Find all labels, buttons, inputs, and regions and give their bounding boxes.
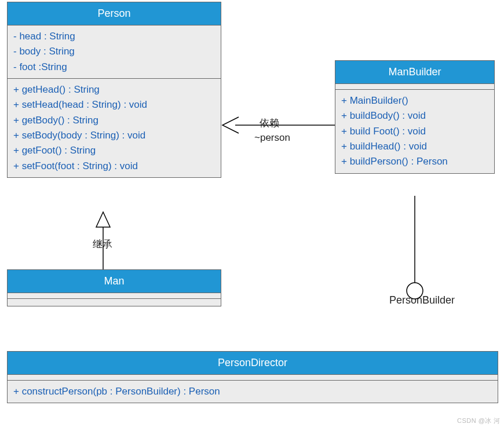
- method: + getFoot() : String: [13, 143, 215, 158]
- attribute: - foot :String: [13, 60, 215, 75]
- method: + build Foot() : void: [341, 124, 488, 139]
- class-man-builder-title: ManBuilder: [335, 61, 494, 84]
- class-person-director-attributes: [8, 375, 498, 381]
- method: + constructPerson(pb : PersonBuilder) : …: [13, 384, 492, 399]
- class-man: Man: [7, 269, 221, 306]
- realization-lollipop: [407, 196, 423, 299]
- class-person-methods: + getHead() : String + setHead(head : St…: [8, 79, 221, 177]
- class-person-director-title: PersonDirector: [8, 352, 498, 375]
- class-man-title: Man: [8, 270, 221, 293]
- class-person: Person - head : String - body : String -…: [7, 2, 221, 178]
- dependency-label: 依赖: [260, 116, 279, 130]
- class-man-builder: ManBuilder + MainBuilder() + buildBody()…: [335, 60, 495, 174]
- class-person-director: PersonDirector + constructPerson(pb : Pe…: [7, 351, 498, 403]
- class-man-methods: [8, 299, 221, 306]
- interface-label: PersonBuilder: [389, 294, 455, 306]
- method: + buildBody() : void: [341, 108, 488, 123]
- attribute: - body : String: [13, 44, 215, 59]
- class-man-builder-methods: + MainBuilder() + buildBody() : void + b…: [335, 90, 494, 173]
- class-man-attributes: [8, 293, 221, 299]
- svg-marker-1: [96, 212, 110, 227]
- method: + buildHead() : void: [341, 139, 488, 154]
- class-man-builder-attributes: [335, 84, 494, 90]
- method: + getHead() : String: [13, 82, 215, 97]
- method: + MainBuilder(): [341, 93, 488, 108]
- attribute: - head : String: [13, 29, 215, 44]
- method: + buildPerson() : Person: [341, 154, 488, 169]
- class-person-director-methods: + constructPerson(pb : PersonBuilder) : …: [8, 381, 498, 403]
- class-person-attributes: - head : String - body : String - foot :…: [8, 25, 221, 79]
- method: + getBody() : String: [13, 113, 215, 128]
- watermark: CSDN @冰 河: [457, 417, 501, 425]
- method: + setFoot(foot : String) : void: [13, 159, 215, 174]
- method: + setBody(body : String) : void: [13, 128, 215, 143]
- class-person-title: Person: [8, 2, 221, 25]
- dependency-role-label: ~person: [254, 132, 290, 144]
- method: + setHead(head : String) : void: [13, 97, 215, 112]
- inheritance-label: 继承: [93, 238, 112, 251]
